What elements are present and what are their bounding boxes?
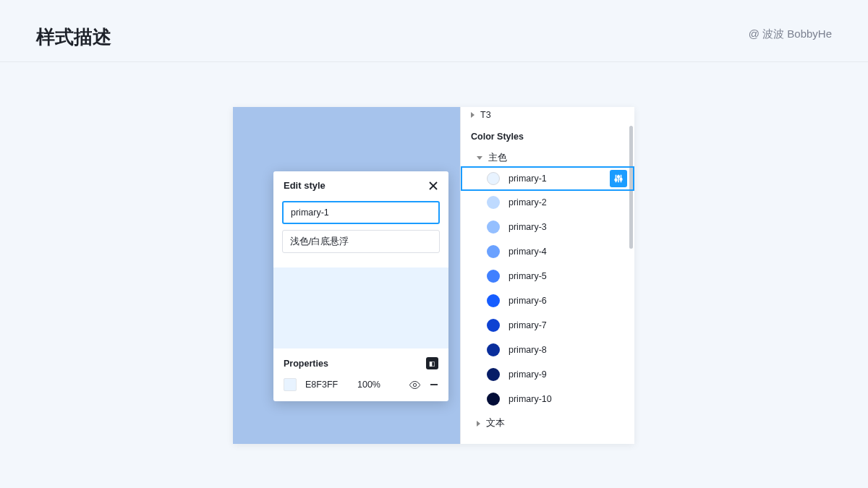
popup-header: Edit style [273, 171, 448, 201]
color-style-label: primary-9 [509, 369, 627, 380]
svg-point-7 [615, 179, 617, 181]
color-style-item[interactable]: primary-1 [461, 166, 634, 191]
fill-opacity[interactable]: 100% [357, 380, 389, 390]
color-swatch-dot [487, 245, 500, 258]
color-swatch-dot [487, 270, 500, 283]
svg-point-2 [413, 383, 416, 386]
canvas-area: Edit style Properties ◧ E8F3FF [233, 107, 460, 444]
color-style-item[interactable]: primary-3 [461, 215, 634, 239]
color-style-label: primary-8 [509, 345, 627, 355]
svg-point-8 [618, 176, 620, 178]
caret-right-icon [477, 421, 480, 427]
color-style-item[interactable]: primary-7 [461, 313, 634, 338]
style-type-icon[interactable]: ◧ [426, 357, 438, 369]
color-style-label: primary-6 [509, 296, 627, 306]
group-primary[interactable]: 主色 [461, 149, 634, 167]
color-style-label: primary-10 [509, 394, 627, 404]
close-icon[interactable] [428, 181, 438, 191]
color-swatch-dot [487, 294, 500, 307]
page-header: 样式描述 @ 波波 BobbyHe [0, 0, 868, 62]
visibility-icon[interactable] [409, 379, 421, 391]
color-swatch-dot [487, 368, 500, 381]
color-swatch-dot [487, 343, 500, 356]
color-style-item[interactable]: primary-9 [461, 362, 634, 387]
color-style-label: primary-3 [509, 222, 627, 232]
color-style-item[interactable]: primary-5 [461, 264, 634, 288]
color-style-label: primary-5 [509, 271, 627, 281]
color-swatch-dot [487, 393, 500, 406]
style-name-input[interactable] [282, 201, 440, 224]
caret-down-icon [477, 156, 482, 160]
color-style-label: primary-2 [509, 197, 627, 207]
fill-row: E8F3FF 100% [284, 378, 438, 391]
fill-hex[interactable]: E8F3FF [305, 380, 349, 390]
page-title: 样式描述 [36, 25, 111, 50]
truncated-label: T3 [480, 110, 491, 120]
section-title: Color Styles [461, 126, 634, 149]
color-swatch-dot [487, 319, 500, 332]
color-style-item[interactable]: primary-10 [461, 387, 634, 411]
color-swatch-dot [487, 196, 500, 209]
properties-section: Properties ◧ E8F3FF 100% [273, 348, 448, 401]
color-swatch-dot [487, 221, 500, 234]
attribution: @ 波波 BobbyHe [749, 27, 832, 41]
remove-icon[interactable] [430, 380, 438, 389]
properties-header: Properties ◧ [284, 357, 438, 369]
adjust-style-button[interactable] [610, 170, 627, 187]
group-label: 文本 [486, 417, 505, 429]
color-preview [273, 267, 448, 348]
color-style-item[interactable]: primary-4 [461, 239, 634, 264]
sliders-icon [613, 174, 624, 184]
edit-style-popup: Edit style Properties ◧ E8F3FF [273, 171, 448, 401]
styles-panel: T3 Color Styles 主色 primary-1primary-2pri… [460, 107, 634, 444]
properties-title: Properties [284, 359, 328, 369]
color-style-item[interactable]: primary-2 [461, 190, 634, 215]
style-description-input[interactable] [282, 230, 440, 253]
popup-title: Edit style [284, 180, 326, 191]
popup-inputs [273, 201, 448, 267]
color-style-label: primary-4 [509, 247, 627, 257]
svg-point-9 [620, 178, 622, 180]
color-swatch-dot [487, 172, 500, 185]
color-style-label: primary-7 [509, 320, 627, 330]
color-style-item[interactable]: primary-8 [461, 338, 634, 362]
group-label: 主色 [488, 152, 507, 164]
workspace: Edit style Properties ◧ E8F3FF [233, 107, 634, 444]
truncated-prev-item[interactable]: T3 [461, 107, 634, 126]
color-style-item[interactable]: primary-6 [461, 288, 634, 313]
group-text[interactable]: 文本 [461, 411, 634, 432]
fill-swatch[interactable] [284, 378, 297, 391]
caret-right-icon [471, 112, 475, 118]
color-list: primary-1primary-2primary-3primary-4prim… [461, 166, 634, 411]
color-style-label: primary-1 [509, 174, 601, 184]
